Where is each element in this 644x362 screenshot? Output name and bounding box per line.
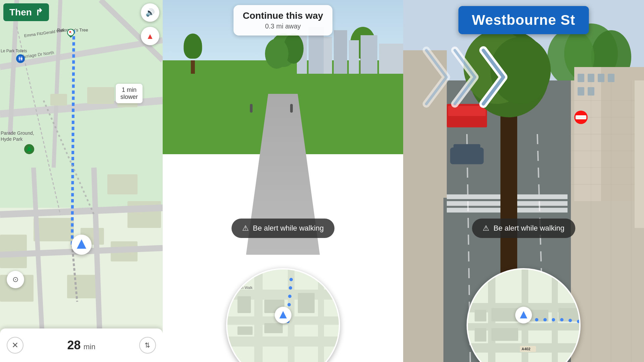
toilets-poi: 🚻 [16,54,25,63]
svg-rect-33 [379,44,403,74]
svg-point-50 [289,286,292,290]
alert-text-middle: Be alert while walking [253,224,324,233]
alert-triangle-icon-right: ⚠ [483,224,489,233]
alert-warning-middle: ⚠ Be alert while walking [231,219,335,238]
svg-point-51 [288,295,291,298]
svg-rect-72 [598,74,604,82]
alert-text-right: Be alert while walking [493,224,565,233]
sound-button[interactable]: 🔊 [141,3,159,22]
compass-icon: ▲ [146,32,154,41]
svg-rect-8 [87,87,114,104]
ar-chevrons [420,44,527,111]
svg-point-111 [535,318,538,321]
ar-street-panel: Westbourne St ⚠ Be alert while walking [403,0,644,362]
then-arrow-icon: ↱ [35,7,43,18]
slower-line1: 1 min [122,86,137,93]
svg-point-49 [289,278,293,281]
slower-tooltip: 1 min slower [116,84,143,103]
svg-point-116 [577,320,580,323]
park-toilets-label: Le Park Toilets [1,49,27,53]
svg-point-52 [287,303,291,306]
svg-text:A402: A402 [522,347,530,351]
mini-map-user-arrow-middle [275,307,291,323]
svg-rect-29 [324,37,332,74]
map-panel: Carriage Dr North Reformer's Tree Emma F… [0,0,163,362]
svg-rect-82 [453,144,480,154]
time-unit: min [84,343,95,351]
svg-rect-108 [475,328,486,342]
parade-ground-label: Parade Ground,Hyde Park [1,130,34,142]
ar-park-panel: Continue this way 0.3 mi away ⚠ Be alert… [163,0,403,362]
svg-rect-104 [475,310,486,321]
svg-point-115 [569,319,572,322]
svg-rect-103 [552,269,558,362]
svg-point-113 [552,318,555,321]
svg-rect-32 [361,35,377,74]
svg-rect-46 [298,293,315,313]
svg-rect-109 [491,328,518,341]
svg-text:ckworth Walk: ckworth Walk [231,286,253,290]
person2 [290,104,293,113]
nav-arrow-shape [77,239,86,249]
svg-rect-105 [491,308,518,321]
continue-sub: 0.3 mi away [243,22,323,30]
svg-point-112 [543,318,547,321]
svg-rect-13 [34,218,74,241]
location-target-icon: ⊙ [12,275,18,284]
sound-icon: 🔊 [146,8,155,17]
svg-rect-30 [334,30,347,74]
alert-warning-right: ⚠ Be alert while walking [472,219,575,238]
close-navigation-button[interactable]: ✕ [7,337,23,354]
continue-banner: Continue this way 0.3 mi away [233,5,333,36]
svg-rect-10 [50,94,67,106]
svg-rect-48 [264,323,283,333]
svg-rect-44 [237,296,251,313]
navigation-bottom-bar: ✕ 28 min ⇅ [0,328,163,362]
location-target-button[interactable]: ⊙ [7,271,24,288]
close-icon: ✕ [12,341,18,350]
svg-rect-43 [318,269,324,362]
route-icon: ⇅ [145,341,150,349]
svg-rect-70 [578,74,584,82]
person1 [250,104,253,113]
location-pin: 📍 [67,29,74,36]
park-tree-icon: 🌲 [24,144,34,154]
street-sign: Westbourne St [459,6,589,34]
travel-time: 28 min [67,338,96,352]
mini-arrow-shape [279,311,287,318]
user-location-arrow [71,235,92,255]
svg-point-36 [265,39,288,69]
svg-rect-74 [578,87,584,96]
mini-map-user-arrow-right [515,307,532,323]
svg-rect-11 [107,174,138,194]
then-button[interactable]: Then ↱ [3,3,49,21]
continue-title: Continue this way [243,10,323,21]
svg-rect-31 [349,40,359,74]
alert-triangle-icon: ⚠ [242,224,249,233]
time-value: 28 [67,338,81,352]
route-options-button[interactable]: ⇅ [139,337,156,354]
mini-arrow-shape-right [520,311,527,318]
then-label: Then [9,7,32,18]
svg-rect-41 [254,269,263,362]
svg-point-114 [560,318,564,321]
slower-line2: slower [120,94,138,100]
svg-rect-47 [237,326,253,335]
svg-rect-96 [635,80,644,228]
compass-button[interactable]: ▲ [141,27,159,45]
svg-rect-18 [67,275,97,298]
